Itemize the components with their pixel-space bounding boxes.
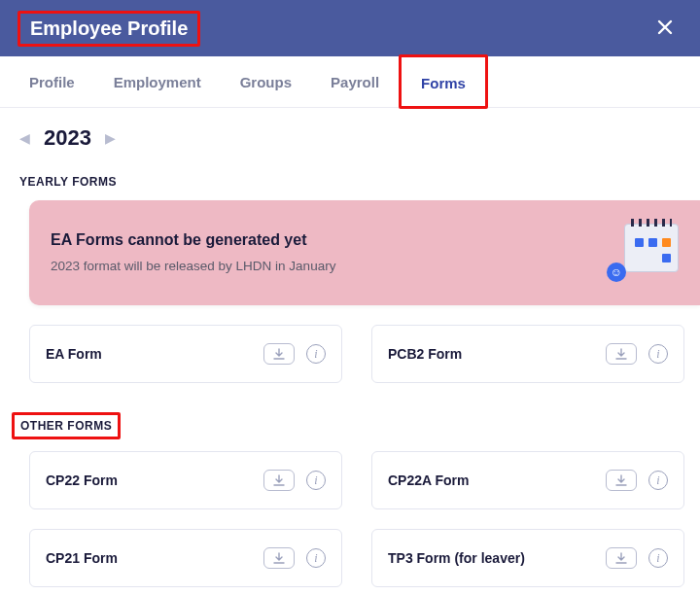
download-button[interactable] (606, 343, 637, 365)
info-icon[interactable]: i (306, 344, 326, 364)
download-button[interactable] (263, 343, 295, 365)
other-forms-heading: OTHER FORMS (12, 412, 121, 439)
calendar-icon: ☺ (612, 220, 679, 284)
form-card-cp22: CP22 Form i (29, 451, 342, 509)
chevron-left-icon[interactable]: ◀ (19, 130, 30, 146)
tabs: Profile Employment Groups Payroll Forms (0, 56, 700, 108)
other-forms-row-1: CP22 Form i CP22A Form i (19, 451, 681, 509)
tab-groups[interactable]: Groups (221, 56, 311, 107)
info-icon[interactable]: i (648, 344, 668, 364)
content: ◀ 2023 ▶ YEARLY FORMS EA Forms cannot be… (0, 108, 700, 587)
other-forms-row-2: CP21 Form i TP3 Form (for leaver) i (19, 529, 681, 587)
close-icon[interactable] (648, 13, 682, 44)
info-icon[interactable]: i (648, 548, 668, 568)
form-card-title: EA Form (46, 346, 102, 362)
chevron-right-icon[interactable]: ▶ (105, 130, 116, 146)
notice-subtitle: 2023 format will be released by LHDN in … (51, 259, 335, 273)
download-button[interactable] (263, 470, 295, 491)
tab-employment[interactable]: Employment (94, 56, 221, 107)
notice-title: EA Forms cannot be generated yet (51, 231, 335, 249)
form-card-title: CP21 Form (46, 550, 118, 566)
form-card-title: CP22 Form (46, 472, 118, 488)
info-icon[interactable]: i (648, 471, 668, 490)
tab-payroll[interactable]: Payroll (311, 56, 399, 107)
form-card-pcb2: PCB2 Form i (371, 325, 684, 383)
modal-header: Employee Profile (0, 0, 700, 56)
download-button[interactable] (606, 470, 637, 491)
info-icon[interactable]: i (306, 548, 326, 568)
smile-icon: ☺ (607, 262, 626, 282)
yearly-forms-row: EA Form i PCB2 Form i (19, 325, 681, 383)
notice-banner: EA Forms cannot be generated yet 2023 fo… (29, 200, 700, 305)
form-card-ea: EA Form i (29, 325, 342, 383)
yearly-forms-heading: YEARLY FORMS (19, 175, 117, 189)
tab-profile[interactable]: Profile (10, 56, 94, 107)
form-card-title: CP22A Form (388, 472, 470, 488)
form-card-title: TP3 Form (for leaver) (388, 550, 525, 566)
tab-forms[interactable]: Forms (399, 54, 488, 109)
year-selector: ◀ 2023 ▶ (19, 125, 681, 151)
info-icon[interactable]: i (306, 471, 326, 490)
download-button[interactable] (263, 547, 295, 569)
year-value: 2023 (44, 125, 91, 151)
page-title: Employee Profile (18, 11, 200, 47)
form-card-tp3: TP3 Form (for leaver) i (371, 529, 684, 587)
form-card-cp21: CP21 Form i (29, 529, 342, 587)
form-card-cp22a: CP22A Form i (371, 451, 684, 509)
form-card-title: PCB2 Form (388, 346, 462, 362)
download-button[interactable] (606, 547, 637, 569)
notice-text: EA Forms cannot be generated yet 2023 fo… (51, 231, 335, 273)
